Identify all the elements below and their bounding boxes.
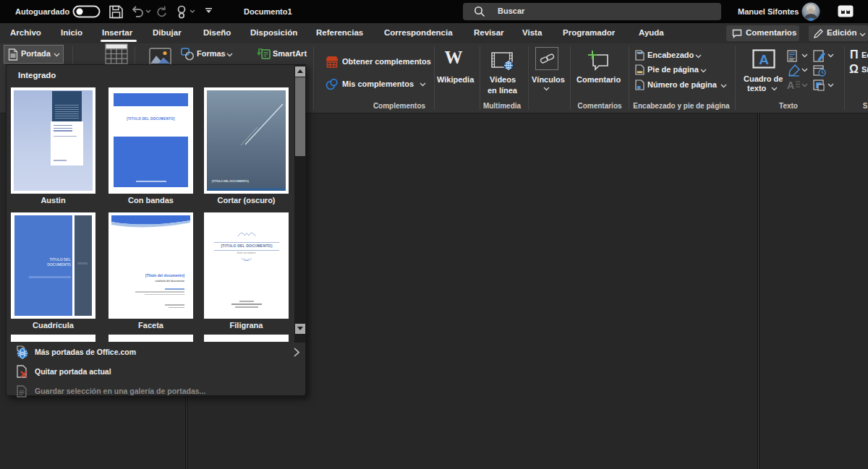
svg-text:A: A: [759, 52, 769, 67]
svg-text:A: A: [787, 79, 794, 90]
